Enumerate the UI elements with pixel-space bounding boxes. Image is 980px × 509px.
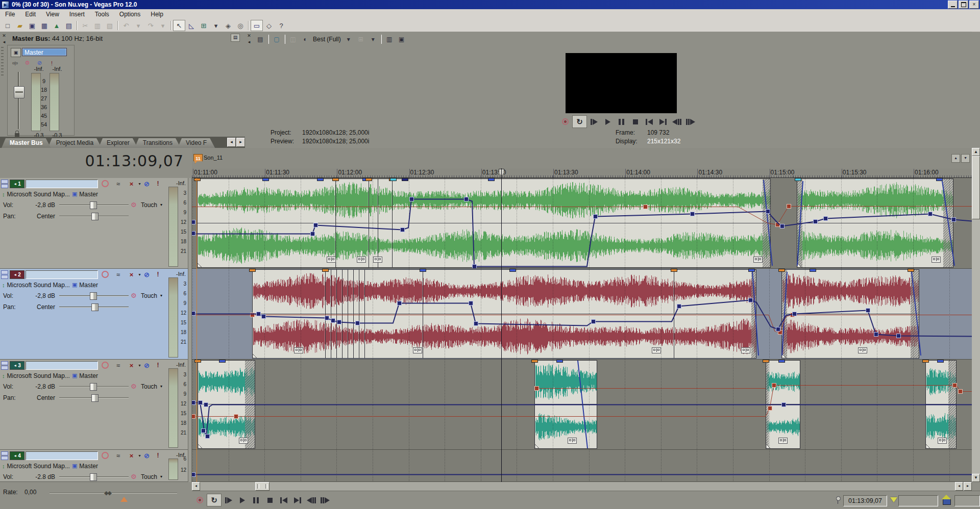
track-collapse-icons[interactable] (1, 451, 8, 460)
play-button[interactable] (235, 494, 249, 506)
menu-edit[interactable]: Edit (20, 9, 41, 19)
status-pin-icon[interactable] (836, 496, 841, 504)
pan-value[interactable]: Center (27, 303, 55, 311)
bus-assign-icon[interactable]: ▣ (72, 282, 77, 288)
volume-slider-thumb[interactable] (90, 292, 97, 300)
track-meter[interactable] (168, 187, 178, 267)
track-4-lane[interactable] (192, 450, 972, 482)
device-name[interactable]: Microsoft Sound Map... (7, 372, 70, 379)
track-2-lane[interactable] (192, 269, 972, 360)
arm-record-button[interactable] (100, 270, 110, 278)
track-envelope-icon[interactable]: ≈ (113, 361, 123, 369)
envelope-edit-tool-icon[interactable]: ◺ (185, 20, 198, 31)
menu-help[interactable]: Help (145, 9, 168, 19)
go-to-start-button[interactable] (277, 494, 290, 506)
panel-pin-icon[interactable]: ◂ (2, 39, 7, 44)
menu-options[interactable]: Options (114, 9, 145, 19)
record-button[interactable] (193, 494, 207, 506)
automation-gear-icon[interactable]: ⚙ (131, 201, 139, 209)
volume-slider-thumb[interactable] (90, 383, 97, 391)
bus-properties-icon[interactable]: ▤ (231, 34, 240, 42)
save-snapshot-icon[interactable]: ▣ (396, 35, 408, 44)
overlays-icon-icon[interactable]: ⊞ (355, 35, 367, 44)
preview-close-icon[interactable]: ✕ (247, 33, 252, 38)
track-collapse-icons[interactable] (1, 361, 8, 369)
minimize-button[interactable] (948, 1, 958, 9)
pan-value[interactable]: Center (27, 394, 55, 401)
insert-fx-button[interactable]: o[o (11, 59, 19, 67)
pan-slider[interactable] (59, 303, 129, 311)
tab-scroll-right-icon[interactable]: ▸ (236, 138, 245, 147)
play-button[interactable] (601, 116, 615, 128)
tab-master-bus[interactable]: Master Bus (2, 138, 51, 148)
selection-start-field[interactable] (898, 495, 938, 506)
menu-insert[interactable]: Insert (64, 9, 90, 19)
pan-slider[interactable] (59, 213, 129, 220)
automation-mode[interactable]: Touch (141, 383, 157, 390)
solo-button[interactable]: ⊘ (142, 180, 152, 188)
track-3-waveform[interactable] (192, 360, 972, 450)
track-name-field[interactable] (26, 180, 98, 188)
volume-slider[interactable] (59, 473, 129, 480)
save-project-icon[interactable]: ▣ (26, 20, 38, 31)
master-meter-right[interactable] (50, 73, 59, 131)
minimize-track-icon[interactable] (1, 180, 8, 184)
tab-explorer[interactable]: Explorer (99, 138, 138, 148)
device-name[interactable]: Microsoft Sound Map... (7, 191, 70, 198)
minimize-track-icon[interactable] (1, 270, 8, 274)
automation-dropdown-icon[interactable]: ▾ (160, 384, 162, 389)
automation-dropdown-icon[interactable]: ▾ (160, 474, 162, 479)
menu-view[interactable]: View (41, 9, 64, 19)
maximize-track-icon[interactable] (1, 184, 8, 188)
master-fader-handle[interactable] (14, 86, 24, 98)
step-forward-button[interactable] (318, 494, 332, 506)
pause-button[interactable] (249, 494, 263, 506)
paste-icon[interactable]: ▧ (104, 20, 116, 31)
track-name-field[interactable] (26, 270, 98, 279)
stop-button[interactable] (628, 116, 642, 128)
step-forward-button[interactable] (683, 116, 697, 128)
undo-icon[interactable]: ↶ (120, 20, 132, 31)
automation-dropdown-icon[interactable]: ▾ (160, 202, 162, 207)
arm-record-button[interactable] (100, 451, 110, 460)
edit-tool-dropdown-icon[interactable]: ▾ (210, 20, 222, 31)
track-name-field[interactable] (26, 361, 98, 370)
external-monitor-icon[interactable]: ▢ (271, 35, 283, 44)
solo-button[interactable]: ⊘ (142, 270, 152, 278)
rate-slider-track[interactable] (50, 493, 177, 494)
device-name[interactable]: Microsoft Sound Map... (7, 282, 70, 289)
track-collapse-icons[interactable] (1, 180, 8, 188)
selection-length-field[interactable] (954, 495, 980, 506)
whats-this-help-icon[interactable]: ? (275, 20, 287, 31)
automation-mode[interactable]: Touch (141, 473, 157, 480)
track-header-3[interactable]: ◄3≈×▾⊘!-Inf.↕Microsoft Sound Map...▣Mast… (0, 360, 188, 450)
zoom-out-button[interactable]: ◂ (955, 482, 963, 491)
tab-project-media[interactable]: Project Media (48, 138, 102, 148)
track-3-lane[interactable] (192, 360, 972, 450)
arm-record-button[interactable] (100, 180, 110, 188)
tab-scroll-left-icon[interactable]: ◂ (227, 138, 236, 147)
volume-value[interactable]: -2.8 dB (27, 473, 55, 480)
split-screen-view-icon[interactable]: ◫ (287, 35, 299, 44)
track-list-splitter[interactable] (188, 178, 192, 482)
track-header-2[interactable]: ◄2≈×▾⊘!-Inf.↕Microsoft Sound Map...▣Mast… (0, 269, 188, 360)
automation-mode[interactable]: Touch (141, 201, 157, 209)
track-1-lane[interactable] (192, 178, 972, 269)
tab-transitions[interactable]: Transitions (135, 138, 181, 148)
track-envelope-icon[interactable]: ≈ (113, 180, 123, 188)
event-fx-tool-icon[interactable]: ◎ (234, 20, 247, 31)
pan-slider[interactable] (59, 394, 129, 401)
track-meter[interactable] (168, 277, 178, 358)
scroll-up-icon[interactable]: ▴ (951, 154, 960, 163)
volume-slider[interactable] (59, 383, 129, 390)
record-button[interactable] (558, 116, 572, 128)
normal-edit-tool-icon[interactable]: ↖ (173, 20, 185, 31)
rate-slider-handle[interactable]: ◆◆ (104, 490, 111, 496)
selection-edit-tool-icon[interactable]: ⊞ (198, 20, 210, 31)
horizontal-scroll-thumb[interactable] (255, 482, 270, 491)
scroll-left-button[interactable]: ◂ (192, 482, 200, 491)
bus-name-field[interactable]: Master (22, 48, 67, 56)
step-backward-button[interactable] (304, 494, 318, 506)
vertical-scrollbar[interactable]: ▲ ▼ (972, 148, 980, 482)
cut-icon[interactable]: ✂ (79, 20, 91, 31)
